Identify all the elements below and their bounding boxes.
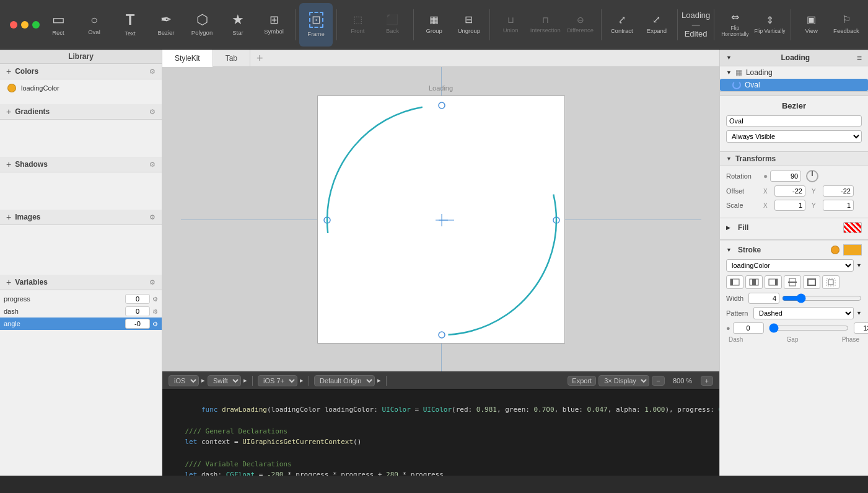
- gradients-content: [0, 120, 162, 157]
- add-image-button[interactable]: +: [6, 212, 11, 222]
- star-icon: ★: [232, 13, 244, 27]
- contract-tool[interactable]: ⤤ Contract: [605, 3, 639, 47]
- add-tab-button[interactable]: +: [250, 50, 270, 67]
- pattern-select[interactable]: Solid Dashed Dotted: [753, 307, 854, 319]
- feedback-tool[interactable]: ⚐ Feedback: [830, 3, 863, 47]
- tab-tab[interactable]: Tab: [213, 50, 250, 67]
- group-icon: ▦: [429, 15, 439, 25]
- scale-y-input[interactable]: [823, 200, 854, 211]
- zoom-controls: Export 3× Display − 800 % +: [568, 375, 713, 386]
- align-btn-2[interactable]: [745, 275, 763, 289]
- panel-expand-icon: ▼: [726, 55, 732, 61]
- add-gradient-button[interactable]: +: [6, 107, 11, 117]
- rotation-dial[interactable]: [806, 170, 818, 182]
- images-title: Images: [15, 213, 149, 221]
- back-tool[interactable]: ⬛ Back: [375, 3, 409, 47]
- stroke-color-select[interactable]: loadingColor: [726, 259, 854, 272]
- stroke-color-chevron: ▼: [856, 262, 862, 269]
- language-select[interactable]: Swift: [208, 375, 241, 386]
- variable-row-dash[interactable]: dash ⚙: [0, 305, 162, 318]
- layer-loading-group[interactable]: ▼ ▦ Loading: [720, 66, 868, 79]
- dash-value-input[interactable]: [733, 322, 764, 334]
- colors-settings-icon[interactable]: ⚙: [149, 68, 156, 76]
- rect-tool[interactable]: ▭ Rect: [41, 3, 76, 47]
- dash-slider[interactable]: [769, 323, 849, 333]
- ungroup-tool[interactable]: ⊟ Ungroup: [452, 3, 486, 47]
- add-shadow-button[interactable]: +: [6, 159, 11, 169]
- offset-x-input[interactable]: [774, 185, 805, 197]
- add-color-button[interactable]: +: [6, 66, 11, 76]
- target-select[interactable]: iOS 7+: [258, 375, 297, 386]
- variable-val-progress[interactable]: [125, 294, 150, 304]
- zoom-out-button[interactable]: −: [652, 376, 664, 386]
- color-item-loading[interactable]: loadingColor: [0, 82, 162, 94]
- variable-val-dash[interactable]: [125, 306, 150, 316]
- rotation-input[interactable]: [770, 171, 801, 182]
- name-input[interactable]: [726, 115, 862, 127]
- view-tool[interactable]: ▣ View: [795, 3, 828, 47]
- transforms-header[interactable]: ▼ Transforms: [720, 152, 868, 166]
- tab-stylekit[interactable]: StyleKit: [162, 50, 213, 67]
- bottom-sep-1: [252, 376, 253, 386]
- shadows-settings-icon[interactable]: ⚙: [149, 161, 156, 169]
- zoom-button[interactable]: [32, 21, 40, 29]
- frame-tool[interactable]: ⊡ Frame: [299, 3, 333, 47]
- polygon-tool[interactable]: ⬡ Polygon: [185, 3, 219, 47]
- scale-x-input[interactable]: [774, 200, 805, 211]
- width-slider[interactable]: [782, 293, 862, 303]
- close-button[interactable]: [10, 21, 17, 29]
- zoom-in-button[interactable]: +: [701, 376, 713, 386]
- align-btn-5[interactable]: [803, 275, 820, 289]
- variable-val-angle[interactable]: [125, 319, 150, 329]
- difference-tool[interactable]: ⊖ Difference: [563, 3, 597, 47]
- display-select[interactable]: 3× Display: [598, 375, 649, 386]
- variable-settings-progress[interactable]: ⚙: [152, 296, 158, 303]
- intersection-tool[interactable]: ⊓ Intersection: [528, 3, 562, 47]
- variable-settings-dash[interactable]: ⚙: [152, 308, 158, 315]
- shape-tools: ▭ Rect ○ Oval T Text ✒ Bezier ⬡ Polygon …: [41, 3, 291, 47]
- flip-h-tool[interactable]: ⇔ Flip Horizontally: [718, 3, 752, 47]
- platform-select[interactable]: iOS: [169, 375, 199, 386]
- target-arrow: ▸: [300, 376, 304, 384]
- align-btn-1[interactable]: [726, 275, 743, 289]
- align-btn-4[interactable]: [784, 275, 801, 289]
- variables-settings-icon[interactable]: ⚙: [149, 278, 156, 286]
- front-tool[interactable]: ⬚ Front: [341, 3, 374, 47]
- handle-top[interactable]: [439, 102, 445, 109]
- front-icon: ⬚: [353, 15, 362, 25]
- pattern-label: Pattern: [726, 309, 751, 317]
- minimize-button[interactable]: [21, 21, 28, 29]
- svg-rect-9: [828, 280, 833, 285]
- add-variable-button[interactable]: +: [6, 277, 11, 287]
- panel-menu-icon[interactable]: ≡: [857, 53, 862, 63]
- oval-tool[interactable]: ○ Oval: [77, 3, 112, 47]
- gradients-settings-icon[interactable]: ⚙: [149, 108, 156, 116]
- dash-labels-row: Dash Gap Phase: [726, 336, 862, 343]
- offset-y-input[interactable]: [823, 185, 854, 197]
- union-tool[interactable]: ⊔ Union: [494, 3, 527, 47]
- images-settings-icon[interactable]: ⚙: [149, 213, 156, 221]
- stroke-align-row: [726, 275, 862, 289]
- align-btn-6[interactable]: [822, 275, 840, 289]
- handle-bottom[interactable]: [439, 332, 445, 338]
- layer-oval-item[interactable]: Oval: [720, 79, 868, 91]
- variable-row-angle[interactable]: angle ⚙: [0, 318, 162, 330]
- visibility-select[interactable]: Always Visible Never Visible Conditional: [726, 130, 862, 143]
- export-button[interactable]: Export: [568, 376, 596, 386]
- star-tool[interactable]: ★ Star: [221, 3, 255, 47]
- bezier-tool[interactable]: ✒ Bezier: [149, 3, 183, 47]
- flip-v-tool[interactable]: ⇕ Flip Vertically: [753, 3, 786, 47]
- origin-select[interactable]: Default Origin: [314, 375, 375, 386]
- expand-tool[interactable]: ⤢ Expand: [640, 3, 673, 47]
- width-input[interactable]: [748, 293, 779, 304]
- flip-v-label: Flip Vertically: [755, 28, 786, 34]
- gap-value-input[interactable]: [854, 322, 868, 334]
- variable-settings-angle[interactable]: ⚙: [152, 321, 158, 327]
- variable-row-progress[interactable]: progress ⚙: [0, 293, 162, 305]
- canvas-frame: [317, 95, 565, 344]
- group-tool[interactable]: ▦ Group: [418, 3, 451, 47]
- symbol-tool[interactable]: ⊞ Symbol: [256, 3, 291, 47]
- text-tool[interactable]: T Text: [113, 3, 147, 47]
- align-btn-3[interactable]: [765, 275, 782, 289]
- contract-label: Contract: [611, 27, 633, 34]
